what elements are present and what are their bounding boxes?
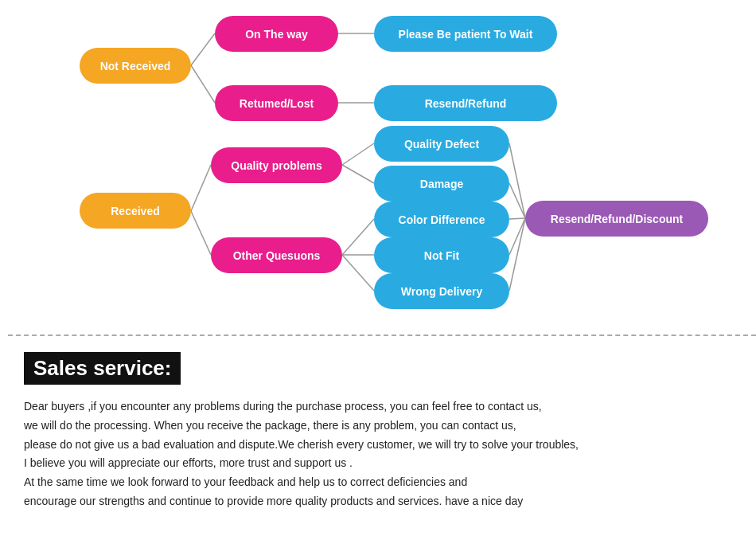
sales-line-5: At the same time we look forward to your… bbox=[24, 473, 732, 492]
sales-line-1: Dear buyers ,if you encounter any proble… bbox=[24, 397, 732, 417]
damage-node: Damage bbox=[374, 166, 509, 201]
not-received-node: Not Received bbox=[80, 48, 191, 84]
on-the-way-node: On The way bbox=[215, 16, 338, 52]
svg-line-14 bbox=[509, 218, 525, 255]
svg-line-15 bbox=[509, 218, 525, 291]
not-fit-node: Not Fit bbox=[374, 237, 509, 273]
svg-line-11 bbox=[509, 143, 525, 218]
sales-title: Sales service: bbox=[24, 352, 181, 385]
diagram-section: Not Received Received On The way Retumed… bbox=[0, 0, 756, 335]
other-questions-node: Other Quesuons bbox=[211, 237, 342, 273]
sales-line-3: please do not give us a bad evaluation a… bbox=[24, 436, 732, 455]
svg-line-6 bbox=[342, 143, 374, 165]
svg-line-4 bbox=[191, 165, 211, 211]
svg-line-8 bbox=[342, 219, 374, 255]
svg-line-12 bbox=[509, 183, 525, 218]
sales-section: Sales service: Dear buyers ,if you encou… bbox=[0, 336, 756, 527]
quality-defect-node: Quality Defect bbox=[374, 126, 509, 162]
sales-line-2: we will do the processing. When you rece… bbox=[24, 417, 732, 436]
svg-line-5 bbox=[191, 211, 211, 255]
received-node: Received bbox=[80, 193, 191, 229]
svg-line-10 bbox=[342, 255, 374, 291]
svg-line-1 bbox=[191, 65, 215, 103]
svg-line-7 bbox=[342, 165, 374, 183]
svg-line-0 bbox=[191, 33, 215, 65]
resend-refund-node: Resend/Refund bbox=[374, 85, 557, 121]
svg-line-13 bbox=[509, 218, 525, 219]
resend-refund-discount-node: Resend/Refund/Discount bbox=[525, 201, 708, 237]
returned-lost-node: Retumed/Lost bbox=[215, 85, 338, 121]
sales-line-4: I believe you will appreciate our effort… bbox=[24, 454, 732, 473]
sales-line-6: encourage our strengths and continue to … bbox=[24, 492, 732, 511]
color-difference-node: Color Difference bbox=[374, 201, 509, 237]
sales-text: Dear buyers ,if you encounter any proble… bbox=[24, 397, 732, 511]
wrong-delivery-node: Wrong Delivery bbox=[374, 273, 509, 309]
please-wait-node: Please Be patient To Wait bbox=[374, 16, 557, 52]
quality-problems-node: Quality problems bbox=[211, 147, 342, 183]
